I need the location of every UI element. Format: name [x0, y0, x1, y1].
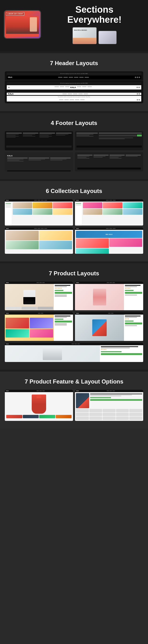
nav-item: [80, 99, 85, 100]
prod-title: [55, 285, 70, 286]
col-line: [23, 136, 35, 136]
product-feature-section: 7 Product Feature & Layout Options KALA: [0, 372, 148, 428]
footer-cols-4: [77, 155, 141, 167]
nav-item: [106, 200, 109, 200]
thumb: [37, 307, 53, 310]
collection-layouts-grid: KALA: [5, 199, 143, 254]
star: [104, 349, 105, 350]
footer-preview-4: [75, 152, 143, 172]
prod-header-1: KALA: [5, 282, 73, 284]
col-body-1: [5, 202, 73, 226]
feat-thumbs-2: [76, 409, 142, 412]
col-sidebar-2: [75, 202, 82, 226]
feat-body-1: [5, 392, 73, 421]
nav-item: [60, 86, 64, 87]
prod-title: [125, 285, 140, 286]
prod-logo-5: KALA: [6, 343, 9, 344]
nav-item: [38, 313, 40, 314]
prod-info-1: [54, 284, 73, 310]
col-line: [7, 161, 24, 161]
prod-image-2: [75, 284, 124, 310]
header-promo-3: Pay with the world's most popular and se…: [7, 96, 141, 98]
prod-btn: [55, 292, 72, 294]
prod-detail: [55, 295, 67, 296]
product-layouts-section: 7 Product Layouts KALA: [0, 263, 148, 370]
thumb: [89, 409, 102, 412]
col-line: [77, 135, 89, 136]
prod-info-3: [54, 314, 73, 341]
thumb: [89, 416, 102, 420]
footer-content-4: [77, 154, 142, 170]
col-line: [94, 157, 103, 158]
logo-3: KALA: [8, 93, 14, 95]
collection-preview-2: KALA: [75, 199, 143, 226]
star: [128, 318, 129, 320]
nav-item: [113, 200, 116, 200]
prod-title: [125, 316, 140, 316]
thumb: [6, 415, 22, 418]
star: [125, 288, 126, 289]
footer-col: [39, 133, 55, 144]
star: [58, 288, 59, 289]
star: [105, 349, 106, 350]
footer-preview-2: [75, 131, 143, 150]
footer-logo: KALA: [7, 155, 13, 157]
col-line: [94, 156, 105, 156]
nav-item: [108, 313, 111, 314]
feat-thumbs-2c: [76, 416, 142, 420]
col-line: [7, 160, 20, 160]
feat-logo-1: KALA: [6, 390, 9, 392]
header-promo-text-1: 15% off the shipping of your first order…: [7, 72, 141, 75]
footer-col: [94, 155, 109, 167]
nav-icons-3: [137, 93, 140, 94]
nav-items-1: [13, 77, 134, 78]
product-preview-1: KALA: [5, 282, 73, 310]
col-title: [77, 133, 98, 134]
feat-header-2: KALA: [75, 390, 143, 392]
thumb: [116, 413, 129, 416]
col-line: [126, 156, 138, 156]
prod-image-1: [5, 284, 54, 310]
nav-item: [77, 344, 80, 344]
filter-line: [6, 202, 11, 203]
hero-preview-images: [72, 27, 117, 44]
product-item: [83, 202, 102, 208]
footer-layouts-grid: KALA: [5, 131, 143, 172]
feature-preview-2: KALA: [75, 390, 143, 421]
thumb: [76, 416, 89, 420]
header-layouts-container: 15% off the shipping of your first order…: [5, 71, 143, 104]
thumb: [56, 415, 72, 418]
col-title: [56, 133, 71, 134]
col-body-3: [5, 230, 73, 254]
star: [101, 349, 102, 350]
prod-header-4: KALA: [75, 312, 143, 314]
prod-price: [55, 319, 63, 320]
feat-thumbs-1: [6, 415, 71, 418]
star: [60, 288, 62, 289]
prod-logo-1: KALA: [6, 282, 9, 283]
prod-body-4: [75, 314, 143, 341]
nav-item: [44, 228, 47, 229]
prod-info-4: [124, 314, 143, 341]
product-preview-5: KALA: [5, 343, 143, 362]
header-layout-3: KALA Pay with the world's most popular a…: [5, 92, 143, 103]
product-coat: [43, 347, 62, 360]
prod-detail: [55, 296, 67, 296]
footer-layouts-section: 4 Footer Layouts: [0, 113, 148, 179]
footer-col: [6, 133, 22, 144]
prod-logo-2: KALA: [76, 282, 79, 283]
footer-preview-1: [5, 131, 73, 150]
prod-subtitle: [55, 317, 67, 318]
col-nav-2: [80, 200, 142, 200]
star: [125, 318, 126, 320]
nav-item: [74, 77, 78, 78]
thumb: [103, 413, 116, 416]
star: [126, 288, 128, 289]
product-preview-4: KALA: [75, 312, 143, 341]
col-line: [6, 134, 19, 134]
outfit-grid: [5, 317, 54, 338]
filter-line: [6, 203, 11, 204]
footer-bottom-2: [77, 146, 142, 148]
col-line: [39, 135, 49, 136]
nav-item: [39, 390, 42, 391]
